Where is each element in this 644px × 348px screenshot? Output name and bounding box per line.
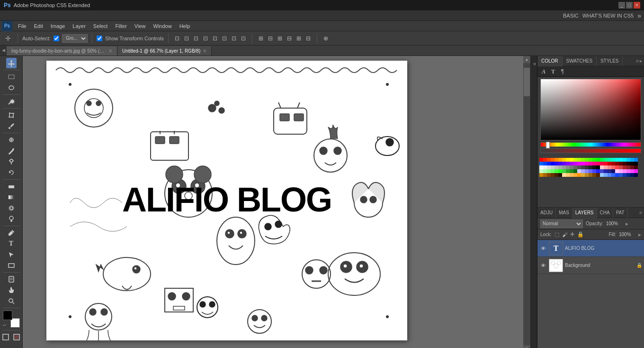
swatch-forest4[interactable] (573, 169, 577, 173)
swatch-red3[interactable] (608, 162, 611, 165)
show-transform-checkbox[interactable] (97, 36, 102, 41)
swatch-peach3[interactable] (570, 173, 573, 177)
swatch-mint3[interactable] (547, 169, 551, 173)
opacity-slider-color[interactable] (540, 148, 641, 153)
auto-align-icon[interactable]: ⊕ (322, 34, 330, 43)
fill-arrow[interactable]: ▸ (638, 231, 641, 238)
swatch-maroon2[interactable] (634, 165, 638, 169)
swatch-crimson1[interactable] (619, 165, 623, 169)
tab-untitled[interactable]: Untitled-1 @ 66.7% (Layer 1, RGB/8) ✕ (117, 46, 212, 55)
type-btn[interactable]: T (6, 238, 17, 249)
panel-icon-para[interactable]: ¶ (558, 67, 567, 76)
menu-edit[interactable]: Edit (30, 22, 47, 30)
swatch-orchid2[interactable] (619, 169, 623, 173)
expand-workspace-btn[interactable]: » (637, 12, 641, 19)
minimize-btn[interactable]: _ (618, 2, 625, 9)
swatch-mint2[interactable] (543, 169, 547, 173)
tabs-left-btn[interactable]: ◀ (0, 46, 7, 55)
swatch-gray7[interactable] (566, 165, 570, 169)
tab-color[interactable]: COLOR (537, 56, 563, 66)
panel-expand-btn[interactable]: ▸ (640, 58, 642, 64)
layer-item-alifio[interactable]: 👁 T ALIFIO BLOG (537, 240, 644, 257)
collapse-panel-btn[interactable]: ◀ (532, 62, 536, 66)
align-middle-left-icon[interactable]: ⊡ (201, 34, 210, 43)
swatch-orchid1[interactable] (615, 169, 619, 173)
healing-btn[interactable] (6, 135, 17, 145)
whats-new-workspace[interactable]: WHAT'S NEW IN CS5 (582, 13, 634, 18)
swatch-blue2[interactable] (539, 162, 543, 165)
panel-icon-T[interactable]: T (549, 67, 557, 76)
path-select-btn[interactable] (6, 249, 17, 260)
swatch-red2[interactable] (604, 162, 608, 165)
swatch-brown2[interactable] (543, 173, 547, 177)
crop-tool-btn[interactable] (6, 110, 17, 120)
pen-btn[interactable] (6, 228, 17, 238)
swatch-blue1[interactable] (634, 158, 638, 162)
swatch-dark4[interactable] (630, 162, 634, 165)
swatch-orange2[interactable] (555, 158, 558, 162)
swatch-red[interactable] (539, 158, 543, 162)
swatch-lime4[interactable] (585, 158, 589, 162)
magic-wand-btn[interactable] (6, 96, 17, 107)
maximize-btn[interactable]: □ (626, 2, 633, 9)
menu-window[interactable]: Window (150, 22, 176, 30)
distribute-h-icon[interactable]: ⊞ (257, 34, 265, 43)
swatch-yellow2[interactable] (566, 158, 570, 162)
reset-colors-btn[interactable]: ↩ (3, 323, 7, 328)
tab-doodle-close[interactable]: ✕ (108, 48, 112, 54)
dodge-btn[interactable] (6, 214, 17, 224)
auto-select-checkbox[interactable] (54, 36, 59, 41)
swatch-peach2[interactable] (566, 173, 570, 177)
swatch-sky-light3[interactable] (608, 173, 611, 177)
swatch-brown3[interactable] (547, 173, 551, 177)
swatch-crimson2[interactable] (623, 165, 626, 169)
opacity-value[interactable]: 100% (606, 221, 623, 226)
swatch-lavender4[interactable] (589, 169, 592, 173)
scroll-down-btn[interactable]: ▼ (523, 345, 530, 348)
scroll-up-btn[interactable]: ▲ (523, 56, 530, 63)
swatch-cornflower3[interactable] (619, 173, 623, 177)
swatch-gray11[interactable] (581, 165, 585, 169)
swatch-gray4[interactable] (555, 165, 558, 169)
swatch-red4[interactable] (611, 162, 615, 165)
scroll-track-v[interactable] (523, 63, 530, 345)
swatch-teal3[interactable] (611, 158, 615, 162)
swatch-lime1[interactable] (573, 158, 577, 162)
swatch-mint5[interactable] (555, 169, 558, 173)
swatch-salmon3[interactable] (611, 165, 615, 169)
eyedropper-btn[interactable] (6, 121, 17, 131)
distribute-v-icon[interactable]: ⊟ (266, 34, 275, 43)
swatch-lime5[interactable] (589, 158, 592, 162)
tab-masks[interactable]: MAS (556, 208, 572, 218)
swatch-mint6[interactable] (558, 169, 562, 173)
swatch-mint4[interactable] (551, 169, 555, 173)
layer-eye-background[interactable]: 👁 (539, 262, 547, 269)
swatch-teal1[interactable] (604, 158, 608, 162)
swatch-cyan[interactable] (619, 158, 623, 162)
tab-swatches[interactable]: SWATCHES (563, 56, 597, 66)
swatch-cornflower6[interactable] (630, 173, 634, 177)
swatch-green1[interactable] (592, 158, 596, 162)
swatch-lavender5[interactable] (592, 169, 596, 173)
eraser-btn[interactable] (6, 181, 17, 192)
swatch-tan2[interactable] (585, 173, 589, 177)
swatch-cyan1[interactable] (615, 158, 619, 162)
swatch-navy4[interactable] (611, 169, 615, 173)
tab-layers[interactable]: LAYERS (572, 208, 597, 218)
blend-mode-select[interactable]: Normal Multiply Screen Overlay (540, 220, 583, 228)
swatch-lavender2[interactable] (581, 169, 585, 173)
swatch-gray5[interactable] (558, 165, 562, 169)
swatch-mint1[interactable] (539, 169, 543, 173)
swatch-brown6[interactable] (558, 173, 562, 177)
swatch-cornflower5[interactable] (626, 173, 630, 177)
swatch-red5[interactable] (615, 162, 619, 165)
swatch-pink5[interactable] (600, 162, 604, 165)
swatch-indigo1[interactable] (555, 162, 558, 165)
swatch-gray9[interactable] (573, 165, 577, 169)
swatch-crimson3[interactable] (626, 165, 630, 169)
swatch-sky-light2[interactable] (604, 173, 608, 177)
move-tool-btn[interactable] (6, 58, 17, 68)
swatch-cyan2[interactable] (623, 158, 626, 162)
swatch-cornflower4[interactable] (623, 173, 626, 177)
swatch-dark2[interactable] (623, 162, 626, 165)
